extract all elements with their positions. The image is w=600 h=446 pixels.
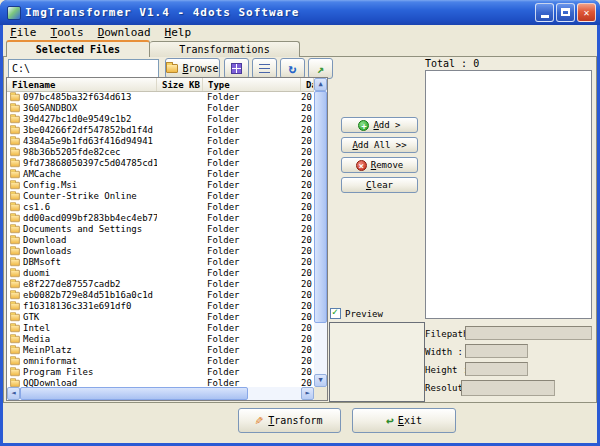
file-row[interactable]: cs1.6 Folder 20 (7, 202, 314, 213)
file-type: Folder (203, 268, 301, 279)
browse-label: Browse (182, 63, 218, 74)
file-type: Folder (203, 103, 301, 114)
file-type: Folder (203, 235, 301, 246)
file-row[interactable]: 3be04266f2df547852bd1f4d Folder 20 (7, 125, 314, 136)
preview-checkbox[interactable]: ✓ (330, 308, 341, 319)
file-row[interactable]: QQDownload Folder 20 (7, 378, 314, 387)
file-row[interactable]: Config.Msi Folder 20 (7, 180, 314, 191)
horizontal-scrollbar[interactable]: ◄ ► (7, 387, 314, 400)
file-row[interactable]: 39d427bc1d0e9549c1b2 Folder 20 (7, 114, 314, 125)
file-size (157, 356, 203, 367)
menu-file[interactable]: File (3, 25, 44, 41)
file-row[interactable]: Download Folder 20 (7, 235, 314, 246)
file-size (157, 213, 203, 224)
file-row[interactable]: Documents and Settings Folder 20 (7, 224, 314, 235)
file-size (157, 367, 203, 378)
folder-icon (10, 336, 20, 343)
file-name: AMCache (23, 169, 61, 180)
column-header-date[interactable]: Date (301, 78, 314, 92)
file-name: cs1.6 (23, 202, 50, 213)
file-name-cell: Intel (7, 323, 157, 334)
file-row[interactable]: duomi Folder 20 (7, 268, 314, 279)
titlebar[interactable]: ImgTransformer V1.4 - 4dots Software ✕ (0, 0, 600, 25)
file-size (157, 158, 203, 169)
folder-icon (10, 281, 20, 288)
minimize-button[interactable] (535, 3, 554, 22)
add-button[interactable]: + Add > (341, 117, 418, 133)
thumbnails-view-button[interactable] (224, 58, 249, 79)
close-button[interactable]: ✕ (577, 3, 596, 22)
file-name-cell: Media (7, 334, 157, 345)
file-row[interactable]: 4384a5e9b1fd63f416d94941 Folder 20 (7, 136, 314, 147)
menu-download[interactable]: Download (91, 25, 158, 41)
maximize-button[interactable] (556, 3, 575, 22)
file-type: Folder (203, 279, 301, 290)
file-size (157, 191, 203, 202)
vertical-scroll-thumb[interactable] (314, 91, 327, 323)
file-name-cell: QQDownload (7, 378, 157, 387)
vertical-scrollbar[interactable]: ▲ ▼ (314, 78, 327, 387)
clear-button[interactable]: Clear (341, 177, 418, 193)
file-row[interactable]: DBMsoft Folder 20 (7, 257, 314, 268)
details-view-button[interactable] (252, 58, 277, 79)
tab-selected-files[interactable]: Selected Files (6, 40, 150, 57)
file-date: 20 (301, 147, 314, 158)
refresh-button[interactable]: ↻ (280, 58, 305, 79)
column-header-size[interactable]: Size KB (157, 78, 203, 92)
file-row[interactable]: dd00acd099bf283bb4ec4eb77662 Folder 20 (7, 213, 314, 224)
file-type: Folder (203, 367, 301, 378)
cross-icon: × (356, 160, 367, 171)
file-row[interactable]: 98b36b5205fde82cec Folder 20 (7, 147, 314, 158)
path-input[interactable] (8, 59, 159, 78)
preview-row: ✓ Preview (330, 308, 383, 319)
column-header-filename[interactable]: Filename (7, 78, 157, 92)
target-file-listbox[interactable] (425, 70, 592, 319)
remove-button[interactable]: × Remove (341, 157, 418, 173)
add-all-button[interactable]: Add All >> (341, 137, 418, 153)
file-row[interactable]: f16318136c331e691df0 Folder 20 (7, 301, 314, 312)
window-controls: ✕ (535, 3, 596, 22)
file-row[interactable]: GTK Folder 20 (7, 312, 314, 323)
file-row[interactable]: Media Folder 20 (7, 334, 314, 345)
tab-transformations[interactable]: Transformations (150, 41, 300, 57)
menu-tools[interactable]: Tools (44, 25, 91, 41)
file-row[interactable]: omniformat Folder 20 (7, 356, 314, 367)
folder-icon (10, 314, 20, 321)
file-row[interactable]: 097bc485ba32f634d613 Folder 20 (7, 92, 314, 103)
file-row[interactable]: Downloads Folder 20 (7, 246, 314, 257)
file-date: 20 (301, 213, 314, 224)
horizontal-scroll-thumb[interactable] (20, 387, 248, 400)
file-row[interactable]: e8f227de87557cadb2 Folder 20 (7, 279, 314, 290)
file-row[interactable]: Program Files Folder 20 (7, 367, 314, 378)
scroll-right-icon[interactable]: ► (301, 387, 314, 400)
file-row[interactable]: Counter-Strike Online Folder 20 (7, 191, 314, 202)
exit-button[interactable]: ↩ Exit (352, 408, 456, 433)
browse-button[interactable]: Browse (165, 58, 220, 79)
folder-icon (10, 215, 20, 222)
file-date: 20 (301, 202, 314, 213)
file-date: 20 (301, 257, 314, 268)
scroll-left-icon[interactable]: ◄ (7, 387, 20, 400)
file-name-cell: e8f227de87557cadb2 (7, 279, 157, 290)
file-row[interactable]: MeinPlatz Folder 20 (7, 345, 314, 356)
transform-button[interactable]: ✎ Transform (238, 408, 341, 433)
file-date: 20 (301, 103, 314, 114)
scroll-up-icon[interactable]: ▲ (314, 78, 327, 91)
close-icon: ✕ (583, 7, 589, 18)
folder-icon (10, 116, 20, 123)
file-size (157, 279, 203, 290)
file-row[interactable]: AMCache Folder 20 (7, 169, 314, 180)
menu-help[interactable]: Help (158, 25, 199, 41)
file-row[interactable]: 9fd73868050397c5d04785cd1d694f2b Folder … (7, 158, 314, 169)
add-all-label: Add All >> (352, 140, 406, 150)
file-name: Download (23, 235, 66, 246)
folder-up-button[interactable]: ↗ (308, 58, 333, 79)
file-row[interactable]: 360SANDBOX Folder 20 (7, 103, 314, 114)
column-header-type[interactable]: Type (203, 78, 301, 92)
file-row[interactable]: Intel Folder 20 (7, 323, 314, 334)
folder-icon (10, 358, 20, 365)
scroll-down-icon[interactable]: ▼ (314, 374, 327, 387)
file-type: Folder (203, 213, 301, 224)
file-type: Folder (203, 125, 301, 136)
file-row[interactable]: eb0082b729e84d51b16a0c1d Folder 20 (7, 290, 314, 301)
